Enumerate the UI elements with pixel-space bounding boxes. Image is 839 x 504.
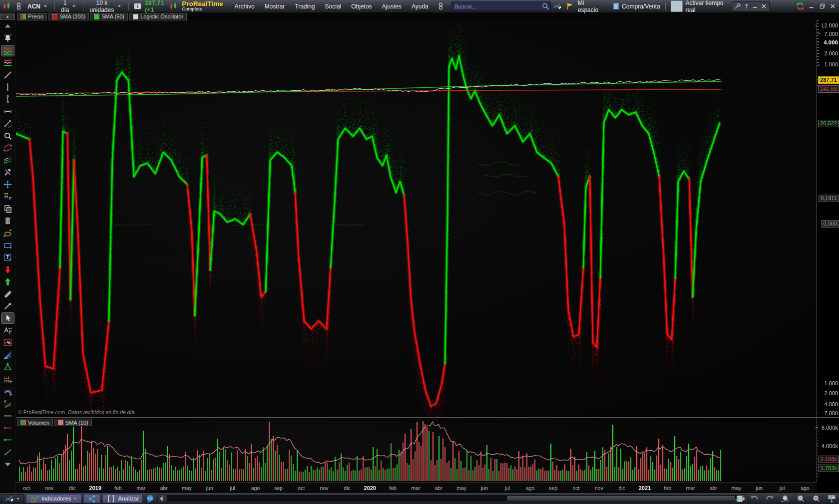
menu-mostrar[interactable]: Mostrar	[260, 3, 290, 10]
buy-arrow-icon[interactable]	[1, 276, 14, 287]
scrollbar-track[interactable]	[166, 495, 739, 502]
text-icon[interactable]: T	[1, 252, 14, 262]
horizontal-line-icon[interactable]	[1, 411, 14, 421]
zoom-out-button[interactable]	[795, 494, 806, 504]
time-axis-label: jul	[505, 485, 510, 491]
search-icon[interactable]	[541, 1, 551, 11]
separator	[83, 2, 83, 10]
symbol-selector[interactable]: ACN	[26, 3, 50, 10]
minimize-window-icon[interactable]	[808, 2, 816, 10]
sell-arrow-icon[interactable]	[1, 264, 14, 275]
pin-icon[interactable]	[743, 2, 751, 10]
trend-line-icon[interactable]	[1, 70, 14, 80]
triangle-icon[interactable]	[1, 362, 14, 372]
ruler-icon[interactable]	[1, 289, 14, 299]
histogram-icon[interactable]: F	[1, 374, 14, 384]
volume-pane[interactable]: VolumenSMA (10)	[16, 418, 817, 482]
volume-chart-canvas[interactable]	[16, 418, 817, 482]
menu-ayuda[interactable]: Ayuda	[407, 3, 433, 10]
arcs-icon[interactable]: F	[1, 386, 14, 397]
oscillator-chart-canvas[interactable]	[16, 20, 817, 417]
mi-espacio-button[interactable]: Mi espacio	[578, 0, 603, 13]
volume-legend-item[interactable]: SMA (10)	[54, 419, 92, 426]
price-lines-icon[interactable]	[1, 57, 14, 68]
annotation-icon[interactable]: F	[1, 325, 14, 336]
indicators-button[interactable]: Indicadores	[26, 494, 81, 503]
link-search-icon[interactable]	[436, 1, 445, 11]
main-chart-pane[interactable]: © ProRealTime.comDatos recibidos en fin …	[16, 20, 817, 417]
rectangle-icon[interactable]	[1, 240, 14, 251]
flag-icon[interactable]	[565, 1, 575, 11]
copy-icon[interactable]	[1, 204, 14, 214]
vertical-line-icon[interactable]	[1, 82, 14, 92]
detach-panel-button[interactable]	[826, 494, 837, 504]
refresh-icon[interactable]	[796, 1, 805, 11]
legend-item[interactable]: Precio	[17, 13, 47, 20]
scrollbar-thumb[interactable]	[507, 496, 736, 501]
collapse-legend-button[interactable]: ▲	[0, 13, 15, 20]
zoom-fit-button[interactable]	[780, 494, 791, 504]
legend-item[interactable]: SMA (50)	[90, 13, 128, 20]
pitchfork-icon[interactable]	[1, 155, 14, 165]
chart-style-icon[interactable]	[1, 45, 14, 56]
chart-list-button[interactable]	[1, 494, 24, 503]
legend-item[interactable]: Logistic Oscillator	[129, 13, 187, 20]
minimize-chart-icon[interactable]	[752, 2, 759, 10]
activar-tiempo-real-button[interactable]: Activar tiempo real	[686, 0, 729, 13]
chart-edit-icon[interactable]	[553, 1, 562, 11]
menu-archivo[interactable]: Archivo	[230, 3, 260, 10]
price-axis-label: 4.000	[824, 39, 838, 45]
channel-icon[interactable]	[1, 143, 14, 153]
alert-line-green-icon[interactable]	[1, 435, 14, 445]
settings-icon[interactable]	[734, 2, 742, 10]
menu-trading[interactable]: Trading	[290, 3, 320, 10]
price-axis[interactable]: 20.00012.0007.0004.0002.0001.000-1.000-2…	[817, 20, 839, 482]
volume-legend-item[interactable]: Volumen	[17, 419, 53, 426]
chat-button[interactable]	[144, 494, 155, 503]
time-axis-label: abr	[435, 485, 442, 491]
scroll-left-button[interactable]	[157, 495, 166, 503]
ellipse-icon[interactable]	[1, 228, 14, 239]
time-axis[interactable]: octnovdic2019febmarabrmayjunjulagosepoct…	[0, 482, 817, 494]
restore-window-icon[interactable]	[819, 2, 826, 10]
compra-venta-button[interactable]: Compra/Venta	[622, 3, 660, 10]
redo-button[interactable]	[764, 494, 775, 504]
time-scrollbar[interactable]	[157, 495, 748, 502]
go-to-date-button[interactable]	[733, 494, 744, 504]
analyze-button[interactable]: Analizar	[102, 494, 142, 503]
info-icon[interactable]: i	[133, 1, 142, 11]
legend-item[interactable]: SMA (200)	[48, 13, 89, 20]
search-input[interactable]	[451, 1, 551, 11]
link-windows-icon[interactable]	[14, 1, 23, 11]
vertical-segment-icon[interactable]	[1, 94, 14, 104]
share-button[interactable]	[83, 494, 100, 503]
trend-line-green-icon[interactable]	[1, 447, 14, 458]
extended-segment-icon[interactable]	[1, 118, 14, 129]
pane-divider[interactable]	[16, 417, 839, 418]
scroll-down-icon[interactable]	[1, 459, 14, 470]
arrow-line-icon[interactable]	[1, 301, 14, 311]
horizontal-segment-icon[interactable]	[1, 106, 14, 117]
currency-overlay-icon[interactable]: €	[1, 398, 14, 409]
menu-social[interactable]: Social	[320, 3, 347, 10]
close-chart-icon[interactable]	[760, 2, 768, 10]
fan-lines-icon[interactable]	[1, 350, 14, 360]
move-icon[interactable]	[1, 179, 14, 190]
indicator-config-icon[interactable]: F	[1, 191, 14, 202]
trash-icon[interactable]	[1, 216, 14, 226]
menu-objetos[interactable]: Objetos	[346, 3, 377, 10]
time-axis-label: jun	[206, 485, 213, 491]
timeframe-selector[interactable]: 1 día	[59, 0, 79, 13]
scroll-up-icon[interactable]	[1, 21, 14, 31]
undo-button[interactable]	[749, 494, 760, 504]
zoom-icon[interactable]	[1, 131, 14, 141]
percent-change-icon[interactable]: ↑%	[1, 337, 14, 348]
alert-line-red-icon[interactable]	[1, 423, 14, 433]
tools-icon[interactable]	[1, 167, 14, 178]
menu-ajustes[interactable]: Ajustes	[377, 3, 407, 10]
units-selector[interactable]: 10 k unidades	[88, 0, 123, 13]
alerts-icon[interactable]	[1, 33, 14, 43]
cursor-icon[interactable]	[1, 313, 14, 323]
zoom-in-button[interactable]	[811, 494, 822, 504]
close-window-icon[interactable]	[829, 2, 837, 10]
